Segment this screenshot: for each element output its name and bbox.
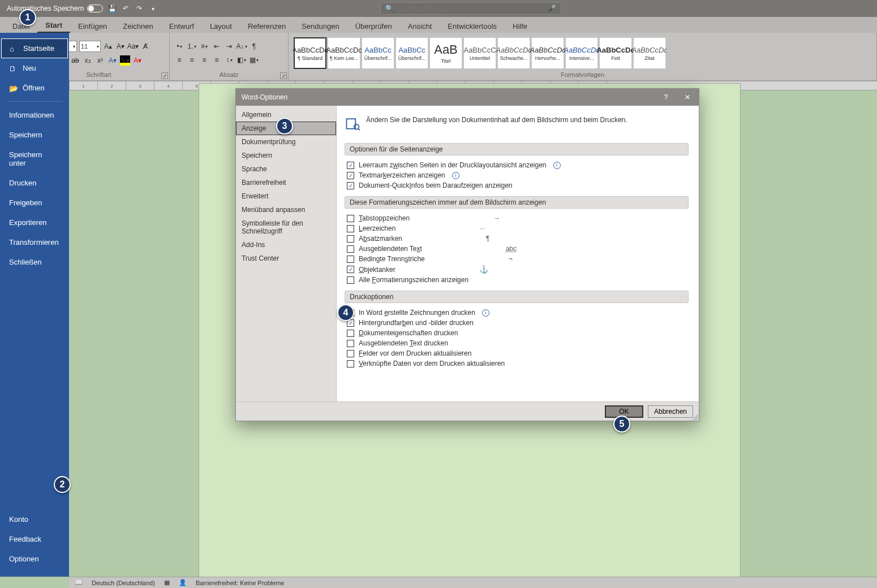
font-color-icon[interactable]: A▾	[132, 55, 143, 66]
align-right-icon[interactable]: ≡	[199, 55, 209, 65]
tab-entwicklertools[interactable]: Entwicklertools	[440, 20, 505, 33]
change-case-icon[interactable]: Aa▾	[128, 41, 138, 51]
style-tile[interactable]: AaBbCcÜberschrif...	[395, 37, 428, 69]
checkbox[interactable]	[347, 330, 354, 337]
options-nav-item[interactable]: Menüband anpassen	[236, 203, 336, 217]
tab-ueberpruefen[interactable]: Überprüfen	[347, 20, 400, 33]
backstage-item[interactable]: 🗋Neu	[0, 58, 69, 78]
backstage-item[interactable]: Freigeben	[0, 193, 69, 213]
strike-icon[interactable]: ab	[70, 55, 80, 66]
tab-entwurf[interactable]: Entwurf	[161, 20, 202, 33]
style-tile[interactable]: AaBbCcDcIntensive...	[565, 37, 598, 69]
styles-gallery[interactable]: AaBbCcDc¶ StandardAaBbCcDc¶ Kein Lee...A…	[293, 36, 667, 70]
show-marks-icon[interactable]: ¶	[249, 41, 259, 51]
backstage-item[interactable]: Speichern	[0, 125, 69, 145]
style-tile[interactable]: AaBTitel	[429, 37, 462, 69]
options-nav-item[interactable]: Erweitert	[236, 189, 336, 203]
accessibility-icon[interactable]: 👤	[179, 579, 187, 586]
backstage-item[interactable]: Schließen	[0, 252, 69, 272]
checkbox[interactable]	[347, 162, 354, 169]
tab-layout[interactable]: Layout	[202, 20, 240, 33]
options-nav-item[interactable]: Add-Ins	[236, 238, 336, 252]
tab-ansicht[interactable]: Ansicht	[400, 20, 440, 33]
options-nav-item[interactable]: Speichern	[236, 149, 336, 162]
backstage-item[interactable]: Konto	[0, 509, 69, 529]
style-tile[interactable]: AaBbCcDc¶ Kein Lee...	[328, 37, 360, 69]
superscript-icon[interactable]: x²	[95, 55, 105, 66]
checkbox[interactable]	[347, 245, 354, 253]
style-tile[interactable]: AaBbCcDcHervorhe...	[531, 37, 564, 69]
options-nav-item[interactable]: Trust Center	[236, 252, 336, 265]
checkbox[interactable]	[347, 215, 354, 222]
customize-qat-icon[interactable]: ▾	[148, 4, 157, 13]
info-icon[interactable]: i	[452, 172, 459, 179]
dialog-close-button[interactable]: ✕	[682, 93, 693, 101]
search-input[interactable]	[397, 5, 544, 12]
save-icon[interactable]: 💾	[108, 4, 117, 13]
sort-icon[interactable]: A↓	[237, 41, 247, 51]
options-nav-item[interactable]: Sprache	[236, 162, 336, 176]
subscript-icon[interactable]: x₂	[83, 55, 93, 66]
checkbox[interactable]	[347, 340, 354, 347]
macro-icon[interactable]: ▦	[164, 579, 170, 586]
checkbox[interactable]	[347, 235, 354, 243]
highlight-icon[interactable]: ✎▾	[120, 55, 130, 66]
dialog-help-button[interactable]: ?	[660, 93, 672, 101]
style-tile[interactable]: AaBbCcDcFett	[599, 37, 632, 69]
info-icon[interactable]: i	[553, 162, 561, 169]
status-language[interactable]: Deutsch (Deutschland)	[92, 580, 155, 586]
checkbox[interactable]	[347, 225, 354, 232]
align-left-icon[interactable]: ≡	[174, 55, 184, 65]
style-tile[interactable]: AaBbCcDc¶ Standard	[294, 37, 326, 69]
style-tile[interactable]: AaBbCcDcSchwache...	[497, 37, 530, 69]
clear-format-icon[interactable]: A̸	[140, 41, 151, 51]
tab-zeichnen[interactable]: Zeichnen	[115, 20, 161, 33]
options-nav-item[interactable]: Dokumentprüfung	[236, 135, 336, 149]
backstage-item[interactable]: Drucken	[0, 173, 69, 193]
backstage-item[interactable]: 📂Öffnen	[0, 78, 69, 98]
backstage-item[interactable]: Informationen	[0, 105, 69, 125]
cancel-button[interactable]: Abbrechen	[648, 405, 693, 418]
justify-icon[interactable]: ≡	[212, 55, 222, 65]
search-box[interactable]: 🔍 🎤	[380, 2, 561, 15]
dialog-title-bar[interactable]: Word-Optionen ? ✕	[236, 89, 699, 106]
backstage-item[interactable]: ⌂Startseite	[1, 38, 68, 58]
resize-grip-icon[interactable]	[693, 414, 698, 420]
checkbox[interactable]	[347, 266, 354, 273]
text-effects-icon[interactable]: A▾	[108, 55, 118, 66]
numbering-icon[interactable]: 1.	[187, 41, 197, 51]
checkbox[interactable]	[347, 360, 354, 368]
info-icon[interactable]: i	[482, 309, 489, 317]
font-size-combo[interactable]: 11▾	[79, 41, 101, 52]
undo-icon[interactable]: ↶	[121, 4, 130, 13]
book-icon[interactable]: 📖	[75, 579, 83, 586]
tab-sendungen[interactable]: Sendungen	[294, 20, 347, 33]
shrink-font-icon[interactable]: A▾	[115, 41, 126, 51]
tab-start[interactable]: Start	[37, 19, 70, 33]
checkbox[interactable]	[347, 172, 354, 179]
align-center-icon[interactable]: ≡	[187, 55, 197, 65]
checkbox[interactable]	[347, 350, 354, 357]
increase-indent-icon[interactable]: ⇥	[224, 41, 234, 51]
grow-font-icon[interactable]: A▴	[103, 41, 113, 51]
tab-hilfe[interactable]: Hilfe	[505, 20, 535, 33]
backstage-item[interactable]: Transformieren	[0, 232, 69, 252]
borders-icon[interactable]: ▦	[249, 55, 259, 65]
tab-referenzen[interactable]: Referenzen	[240, 20, 294, 33]
multilevel-icon[interactable]: ≡	[199, 41, 209, 51]
style-tile[interactable]: AaBbCcCUntertitel	[463, 37, 496, 69]
mic-icon[interactable]: 🎤	[548, 5, 556, 12]
style-tile[interactable]: AaBbCcDcZitat	[633, 37, 666, 69]
bullets-icon[interactable]: •	[174, 41, 184, 51]
shading-icon[interactable]: ◧	[237, 55, 247, 65]
backstage-item[interactable]: Speichern unter	[0, 145, 69, 173]
options-nav-item[interactable]: Barrierefreiheit	[236, 176, 336, 189]
style-tile[interactable]: AaBbCcÜberschrif...	[362, 37, 394, 69]
backstage-item[interactable]: Exportieren	[0, 213, 69, 232]
tab-einfuegen[interactable]: Einfügen	[70, 20, 115, 33]
redo-icon[interactable]: ↷	[135, 4, 144, 13]
backstage-item[interactable]: Feedback	[0, 529, 69, 549]
checkbox[interactable]	[347, 256, 354, 263]
paragraph-dialog-launcher-icon[interactable]: ⤢	[280, 72, 287, 79]
backstage-item[interactable]: Optionen	[0, 549, 69, 569]
